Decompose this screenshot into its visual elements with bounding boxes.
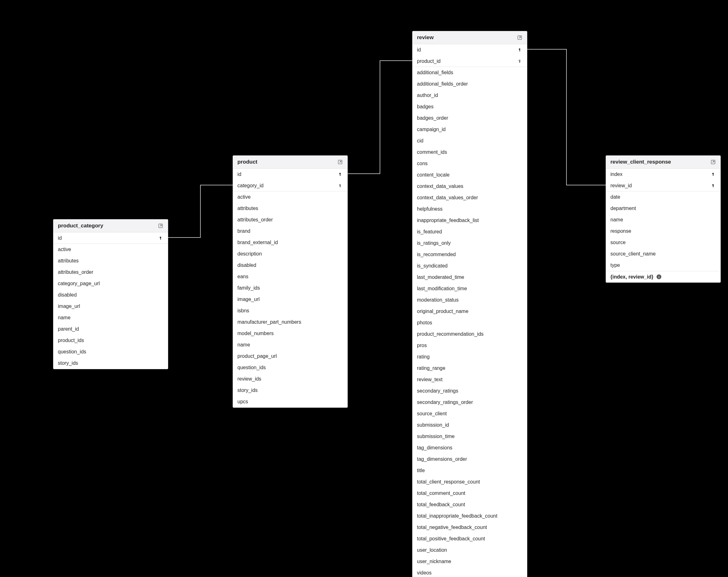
field-row[interactable]: eans	[233, 271, 347, 282]
field-row[interactable]: description	[233, 248, 347, 259]
field-row[interactable]: context_data_values_order	[413, 192, 527, 203]
field-row[interactable]: badges_order	[413, 112, 527, 124]
field-row[interactable]: category_page_url	[53, 278, 168, 289]
field-row[interactable]: additional_fields_order	[413, 78, 527, 90]
field-row[interactable]: story_ids	[233, 385, 347, 396]
field-row[interactable]: product_id	[413, 56, 527, 67]
field-row[interactable]: product_ids	[53, 335, 168, 346]
field-row[interactable]: active	[233, 191, 347, 203]
table-product[interactable]: productidcategory_idactiveattributesattr…	[233, 155, 348, 408]
field-row[interactable]: source_client	[413, 408, 527, 419]
field-row[interactable]: title	[413, 465, 527, 476]
field-row[interactable]: user_nickname	[413, 556, 527, 567]
field-row[interactable]: cid	[413, 135, 527, 146]
field-row[interactable]: original_product_name	[413, 306, 527, 317]
field-row[interactable]: tag_dimensions_order	[413, 454, 527, 465]
field-row[interactable]: name	[53, 312, 168, 323]
field-row[interactable]: source_client_name	[606, 248, 721, 259]
field-row[interactable]: attributes	[53, 255, 168, 267]
field-row[interactable]: videos	[413, 567, 527, 577]
table-header[interactable]: product	[233, 156, 347, 169]
table-product_category[interactable]: product_categoryidactiveattributesattrib…	[53, 219, 168, 369]
field-row[interactable]: is_recommended	[413, 249, 527, 260]
field-row[interactable]: id	[413, 44, 527, 56]
field-row[interactable]: {index, review_id}i	[606, 271, 721, 282]
field-row[interactable]: review_id	[606, 180, 721, 191]
field-row[interactable]: attributes_order	[233, 214, 347, 225]
field-row[interactable]: author_id	[413, 90, 527, 101]
field-row[interactable]: story_ids	[53, 358, 168, 369]
field-row[interactable]: total_inappropriate_feedback_count	[413, 511, 527, 522]
field-row[interactable]: type	[606, 259, 721, 271]
field-row[interactable]: brand_external_id	[233, 237, 347, 248]
field-row[interactable]: pros	[413, 340, 527, 351]
field-row[interactable]: product_page_url	[233, 351, 347, 362]
field-row[interactable]: badges	[413, 101, 527, 112]
field-row[interactable]: helpfulness	[413, 203, 527, 215]
field-row[interactable]: is_featured	[413, 226, 527, 238]
field-row[interactable]: question_ids	[233, 362, 347, 373]
field-row[interactable]: content_locale	[413, 169, 527, 181]
field-row[interactable]: submission_id	[413, 419, 527, 431]
field-row[interactable]: total_client_response_count	[413, 476, 527, 488]
field-row[interactable]: brand	[233, 225, 347, 237]
field-row[interactable]: total_positive_feedback_count	[413, 533, 527, 545]
field-row[interactable]: category_id	[233, 180, 347, 191]
field-row[interactable]: is_syndicated	[413, 260, 527, 272]
field-row[interactable]: last_modification_time	[413, 283, 527, 294]
field-row[interactable]: rating	[413, 351, 527, 362]
field-row[interactable]: last_moderated_time	[413, 272, 527, 283]
field-row[interactable]: moderation_status	[413, 294, 527, 306]
field-row[interactable]: family_ids	[233, 282, 347, 294]
field-row[interactable]: campaign_id	[413, 124, 527, 135]
field-row[interactable]: date	[606, 191, 721, 203]
field-row[interactable]: isbns	[233, 305, 347, 317]
field-row[interactable]: id	[233, 169, 347, 180]
field-row[interactable]: total_feedback_count	[413, 499, 527, 511]
field-row[interactable]: image_url	[233, 294, 347, 305]
field-row[interactable]: rating_range	[413, 362, 527, 374]
field-row[interactable]: total_comment_count	[413, 488, 527, 499]
table-header[interactable]: review_client_response	[606, 156, 721, 169]
field-row[interactable]: index	[606, 169, 721, 180]
field-row[interactable]: manufacturer_part_numbers	[233, 317, 347, 328]
field-row[interactable]: context_data_values	[413, 181, 527, 192]
field-row[interactable]: upcs	[233, 396, 347, 407]
field-row[interactable]: review_text	[413, 374, 527, 385]
field-row[interactable]: disabled	[53, 289, 168, 301]
field-row[interactable]: id	[53, 232, 168, 244]
field-row[interactable]: image_url	[53, 301, 168, 312]
field-row[interactable]: photos	[413, 317, 527, 328]
field-row[interactable]: submission_time	[413, 431, 527, 442]
field-row[interactable]: department	[606, 203, 721, 214]
field-row[interactable]: parent_id	[53, 323, 168, 335]
table-review[interactable]: reviewidproduct_idadditional_fieldsaddit…	[412, 31, 527, 577]
field-row[interactable]: total_negative_feedback_count	[413, 522, 527, 533]
info-icon[interactable]: i	[656, 274, 661, 279]
open-in-new-icon[interactable]	[337, 159, 343, 165]
field-row[interactable]: response	[606, 225, 721, 237]
field-row[interactable]: review_ids	[233, 373, 347, 385]
field-row[interactable]: inappropriate_feedback_list	[413, 215, 527, 226]
erd-canvas[interactable]: product_categoryidactiveattributesattrib…	[0, 0, 728, 577]
field-row[interactable]: disabled	[233, 259, 347, 271]
field-row[interactable]: model_numbers	[233, 328, 347, 339]
table-review_client_response[interactable]: review_client_responseindexreview_iddate…	[606, 155, 721, 283]
open-in-new-icon[interactable]	[517, 35, 522, 40]
field-row[interactable]: question_ids	[53, 346, 168, 358]
open-in-new-icon[interactable]	[158, 223, 163, 229]
field-row[interactable]: source	[606, 237, 721, 248]
field-row[interactable]: product_recommendation_ids	[413, 328, 527, 340]
field-row[interactable]: secondary_ratings	[413, 385, 527, 397]
field-row[interactable]: name	[233, 339, 347, 351]
field-row[interactable]: is_ratings_only	[413, 238, 527, 249]
field-row[interactable]: cons	[413, 158, 527, 169]
field-row[interactable]: additional_fields	[413, 67, 527, 78]
field-row[interactable]: active	[53, 244, 168, 255]
field-row[interactable]: secondary_ratings_order	[413, 397, 527, 408]
field-row[interactable]: attributes_order	[53, 267, 168, 278]
field-row[interactable]: attributes	[233, 203, 347, 214]
field-row[interactable]: tag_dimensions	[413, 442, 527, 454]
field-row[interactable]: name	[606, 214, 721, 225]
field-row[interactable]: comment_ids	[413, 146, 527, 158]
